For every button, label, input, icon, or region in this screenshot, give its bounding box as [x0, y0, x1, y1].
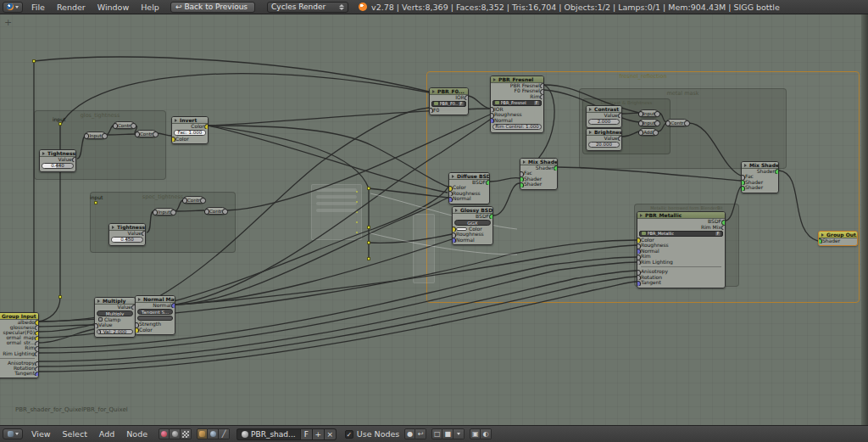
collapsed-node-input[interactable]: Input [153, 208, 175, 215]
node-pbr-f0[interactable]: PBR_F0... IOR PBR_F0... F F0 [429, 87, 469, 115]
node-contrast[interactable]: Contrast Value 2.000 [586, 105, 622, 128]
node-group-input[interactable]: Group Input albedo glossness specular(F0… [0, 312, 39, 378]
reroute-node[interactable] [58, 295, 62, 299]
snap-mode-select[interactable] [453, 428, 465, 439]
input-shader-2[interactable]: Shader [742, 185, 778, 191]
input-normal[interactable]: Normal [491, 118, 543, 124]
input-value-1[interactable]: Value [95, 322, 135, 328]
node-group-selector[interactable]: PBR_Metallic F [639, 231, 723, 237]
reroute-node[interactable] [367, 241, 370, 244]
pin-icon-button[interactable]: ● [404, 428, 415, 439]
fac-slider[interactable]: Fac: 1.000 [174, 130, 206, 136]
collapsed-node-contr[interactable]: Contr [114, 121, 135, 129]
color-swatch[interactable] [456, 227, 467, 232]
menu-node[interactable]: Node [120, 429, 153, 439]
output-value[interactable]: Value [109, 231, 145, 237]
menu-help[interactable]: Help [135, 3, 165, 12]
output-tangent[interactable]: Tangent [0, 371, 38, 376]
distribution-select[interactable]: GGX [454, 220, 491, 226]
back-to-previous-button[interactable]: ↩ Back to Previous [170, 2, 255, 13]
fake-user-button[interactable]: F [459, 102, 464, 106]
brush-texture-button[interactable]: ╱ [219, 428, 230, 439]
fake-user-button[interactable]: F [300, 428, 313, 440]
fake-user-button[interactable]: F [715, 232, 721, 236]
output-value[interactable]: Value [587, 113, 621, 119]
reroute-node[interactable] [367, 257, 370, 260]
value-slider[interactable]: 20.000 [588, 142, 620, 148]
node-group-output[interactable]: Group Out... Shader [818, 231, 858, 246]
input-normal[interactable]: Normal [449, 196, 489, 202]
space-select[interactable]: Tangent S... [137, 309, 173, 315]
reroute-node[interactable] [94, 201, 97, 204]
input-shader-2[interactable]: Shader [520, 182, 557, 187]
output-value[interactable]: Value [95, 305, 135, 311]
world-texture-button[interactable] [208, 428, 219, 439]
node-group-selector[interactable]: PBR_Fresnel F [492, 100, 542, 106]
go-to-parent-button[interactable]: ↩ [415, 428, 426, 439]
input-f0[interactable]: F0 [430, 108, 468, 114]
output-value[interactable]: Value [587, 136, 621, 142]
output-rim-mix[interactable]: Rim Mix [637, 225, 725, 231]
collapsed-node-contr[interactable]: Contr [205, 207, 226, 215]
node-pbr-fresnel[interactable]: PBR_Fresnel PBR Fresnel F0 Fresnel Rim P… [490, 76, 544, 133]
node-normal-map[interactable]: Normal Map Normal Tangent S... Strength … [135, 295, 175, 335]
editor-type-button[interactable] [3, 2, 23, 13]
menu-add[interactable]: Add [93, 429, 120, 439]
collapsed-node-contr[interactable]: Contr [136, 130, 157, 137]
collapsed-node-contr[interactable]: Contr [666, 119, 688, 126]
rim-control-slider[interactable]: Rim Control: 1.000 [492, 124, 542, 130]
reroute-node[interactable] [367, 226, 370, 229]
texture-shader-button[interactable] [181, 428, 192, 439]
new-datablock-button[interactable]: + [313, 428, 325, 440]
collapsed-node-input[interactable]: Input [639, 109, 659, 117]
snap-toggle-button[interactable]: □ [431, 428, 442, 439]
output-value[interactable]: Value [40, 157, 75, 163]
node-invert[interactable]: Invert Color Fac: 1.000 Color [171, 116, 209, 144]
menu-render[interactable]: Render [51, 3, 92, 12]
menu-window[interactable]: Window [92, 3, 135, 12]
input-value-2-slider[interactable]: Val: 2.000 [97, 329, 133, 335]
menu-file[interactable]: File [25, 3, 51, 12]
reroute-node[interactable] [32, 59, 36, 63]
collapsed-node-contr[interactable]: Contr [183, 196, 204, 204]
editor-type-button[interactable] [3, 428, 23, 439]
input-shader[interactable]: Shader [819, 238, 857, 244]
collapsed-node-input[interactable]: Input [85, 131, 106, 139]
node-diffuse-bsdf[interactable]: Diffuse BSDF BSDF Color Roughness Normal [448, 172, 490, 204]
node-pbr-metallic[interactable]: PBR_Metallic BSDF Rim Mix PBR_Metallic F… [637, 211, 726, 288]
render-engine-select[interactable]: Cycles Render [267, 2, 348, 13]
node-editor-canvas[interactable]: + fresnel_reflection metal mask Contrast… [0, 14, 868, 425]
output-ior[interactable]: IOR [430, 95, 468, 101]
unlink-datablock-button[interactable]: × [325, 428, 337, 440]
reroute-node[interactable] [58, 122, 62, 126]
value-slider[interactable]: 0.440 [42, 163, 74, 169]
node-group-selector[interactable]: PBR_F0... F [431, 101, 466, 107]
operation-select[interactable]: Multiply [97, 311, 133, 316]
copy-node-button[interactable]: ▣ [470, 428, 481, 439]
node-multiply[interactable]: Multiply Value Multiply Clamp Value Val:… [94, 297, 136, 338]
value-slider[interactable]: 2.000 [588, 119, 620, 125]
fake-user-button[interactable]: F [534, 101, 539, 105]
hide-unused-button[interactable]: ◐ [481, 428, 492, 439]
reroute-node[interactable] [367, 187, 370, 190]
node-glossy-bsdf[interactable]: Glossy BSDF BSDF GGX Color Roughness Nor… [452, 206, 493, 245]
world-shader-button[interactable] [170, 428, 181, 439]
use-nodes-toggle[interactable]: ✓ Use Nodes [345, 429, 400, 439]
input-color[interactable]: Color [136, 327, 175, 333]
output-normal[interactable]: Normal [136, 303, 175, 309]
output-rim-lighting[interactable]: Rim Lighting [0, 351, 38, 356]
menu-select[interactable]: Select [57, 429, 93, 439]
object-shader-button[interactable] [159, 428, 170, 439]
node-tightness-1[interactable]: Tightness Value 0.440 [39, 149, 76, 172]
region-split-widget[interactable]: + [4, 17, 12, 28]
collapsed-node-add[interactable]: Add [639, 128, 657, 136]
output-color[interactable]: Color [172, 124, 208, 130]
node-mix-shader-2[interactable]: Mix Shader Shader Fac Shader Shader [741, 161, 779, 193]
output-bsdf[interactable]: BSDF [453, 214, 492, 220]
node-mix-shader-1[interactable]: Mix Shader Shader Fac Shader Shader [520, 158, 558, 190]
input-rim-lighting[interactable]: Rim Lighting [637, 260, 725, 266]
collapsed-node-input[interactable]: Input [639, 119, 659, 126]
input-color[interactable]: Color [172, 137, 208, 143]
node-brightness[interactable]: Brightness Value 20.000 [586, 128, 622, 151]
snap-element-button[interactable]: ■ [442, 428, 453, 439]
